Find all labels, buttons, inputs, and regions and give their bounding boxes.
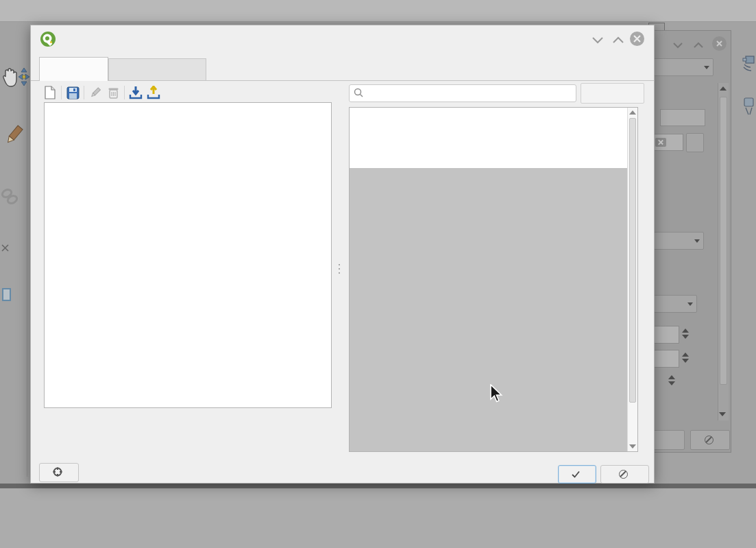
close-icon[interactable] (630, 32, 644, 46)
search-icon (354, 87, 363, 100)
scrollbar-thumb[interactable] (629, 118, 636, 403)
expression-dialog (30, 25, 655, 484)
edit-expression-icon[interactable] (87, 84, 103, 101)
python-console[interactable] (0, 488, 756, 548)
tab-function-editor[interactable] (108, 58, 206, 81)
dock-widget-icon (2, 288, 11, 301)
chevron-up-icon[interactable] (612, 36, 624, 44)
close-icon[interactable] (712, 36, 727, 51)
pan-map-icon (17, 67, 31, 90)
export-expression-icon[interactable] (145, 84, 162, 101)
toolbar-separator (84, 86, 84, 99)
panel-separator (0, 484, 756, 488)
spinbox-3-arrows[interactable] (668, 375, 675, 385)
tab-divider (31, 80, 654, 81)
search-input[interactable] (367, 88, 572, 99)
save-expression-icon[interactable] (64, 84, 81, 101)
cancel-button[interactable] (600, 465, 649, 484)
spinbox-1-arrows[interactable] (682, 329, 689, 339)
cancel-icon (619, 470, 628, 479)
scrollbar-thumb[interactable] (720, 97, 727, 385)
new-expression-icon[interactable] (42, 84, 58, 101)
panel-close-icon (1, 241, 9, 254)
help-icon (53, 467, 62, 479)
scroll-down-icon[interactable] (629, 444, 636, 449)
toolbar-separator (61, 86, 62, 99)
search-box[interactable] (349, 84, 576, 102)
qgis-logo-icon (40, 31, 56, 47)
ok-button[interactable] (558, 465, 596, 484)
clear-icon[interactable] (655, 138, 666, 147)
scroll-down-icon[interactable] (719, 412, 726, 416)
cancel-icon (705, 436, 714, 444)
chevron-down-icon (687, 302, 693, 306)
scroll-up-icon[interactable] (629, 110, 636, 115)
dock-divider (27, 82, 27, 477)
expression-editor[interactable] (44, 102, 332, 408)
check-icon (572, 469, 580, 480)
spinbox-2-arrows[interactable] (682, 353, 689, 363)
chevron-down-icon[interactable] (672, 42, 683, 49)
plugin-icon (742, 53, 756, 77)
chain-link-icon (1, 187, 19, 210)
help-button[interactable] (39, 463, 79, 482)
delete-expression-icon[interactable] (105, 84, 121, 101)
tab-expression[interactable] (39, 57, 108, 81)
mouse-cursor (489, 384, 503, 406)
chevron-down-icon (704, 66, 709, 69)
show-help-button[interactable] (581, 83, 644, 104)
function-groups (350, 168, 627, 451)
expression-epsilon-button[interactable] (686, 133, 704, 152)
function-tree (350, 108, 637, 109)
cancel-button-background[interactable] (690, 430, 730, 450)
edit-pencil-icon (3, 123, 26, 150)
chevron-down-icon (694, 239, 700, 243)
expression-toolbar (42, 84, 162, 102)
background-scrollbar[interactable] (718, 83, 729, 420)
menu-bar (0, 0, 756, 22)
toolbar-separator (124, 86, 125, 99)
background-input[interactable] (660, 109, 705, 126)
tool-icon (742, 96, 756, 121)
import-expression-icon[interactable] (127, 84, 144, 101)
pan-hand-icon (2, 67, 17, 91)
chevron-up-icon[interactable] (693, 42, 704, 49)
tree-scrollbar[interactable] (627, 108, 637, 451)
scroll-up-icon[interactable] (720, 86, 727, 91)
chevron-down-icon[interactable] (592, 36, 604, 44)
splitter-handle[interactable] (337, 264, 341, 282)
